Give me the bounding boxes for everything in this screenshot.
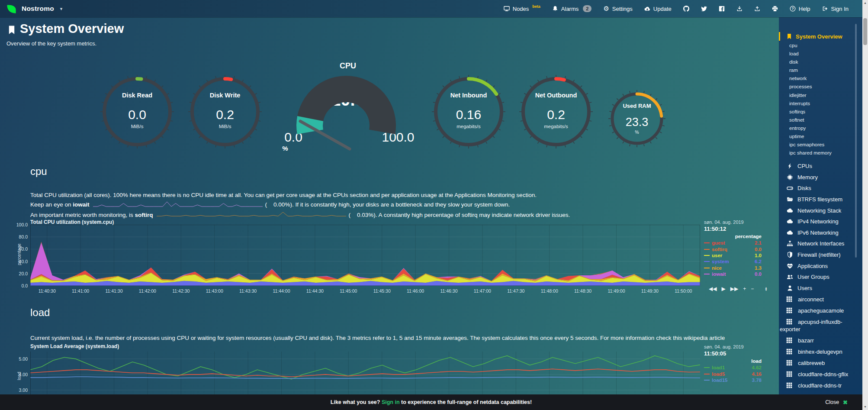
sidebar-item-cpu[interactable]: cpu	[779, 42, 862, 50]
beta-badge: beta	[532, 4, 540, 9]
sidebar-item-btrfs-filesystem[interactable]: BTRFS filesystem	[779, 194, 862, 205]
sidebar-item-ipv6-networking[interactable]: IPv6 Networking	[779, 227, 862, 239]
sidebar-item-disks[interactable]: Disks	[779, 183, 862, 194]
gauge-used-ram[interactable]: Used RAM23.3%	[607, 88, 667, 149]
softirq-sparkline-chart[interactable]	[157, 211, 346, 221]
sidebar-item-ipc-shared-memory[interactable]: ipc shared memory	[779, 149, 862, 157]
cpu-chart[interactable]	[30, 225, 700, 286]
sidebar-host-binhex-delugevpn[interactable]: binhex-delugevpn	[779, 346, 862, 357]
sidebar-item-ipc-semaphores[interactable]: ipc semaphores	[779, 141, 862, 149]
legend-swatch	[704, 261, 710, 262]
zoom-in-icon[interactable]: +	[743, 286, 746, 292]
legend-item-iowait[interactable]: iowait0.0	[704, 271, 762, 277]
bolt-icon	[786, 163, 793, 169]
pan-forward-icon[interactable]: ▶▶	[730, 286, 738, 292]
sidebar-item-applications[interactable]: Applications	[779, 260, 862, 271]
legend-item-nice[interactable]: nice1.3	[704, 265, 762, 271]
nav-settings[interactable]: ⚙Settings	[603, 6, 632, 12]
scroll-up-icon[interactable]: ▲	[862, 0, 868, 6]
cpu-gauge-chart[interactable]: CPU 10.5 0.0 100.0 %	[279, 61, 417, 169]
page-scrollbar[interactable]: ▲ ▼	[862, 0, 868, 410]
iowait-sparkline-chart[interactable]	[93, 201, 263, 210]
gauge-net-inbound[interactable]: Net Inbound0.16megabits/s	[431, 74, 507, 150]
svg-text:?: ?	[791, 6, 794, 11]
legend-date: søn. 04. aug. 2019	[704, 220, 762, 225]
sidebar-item-uptime[interactable]: uptime	[779, 132, 862, 141]
close-icon[interactable]: ✖	[843, 399, 848, 406]
sidebar-item-disk[interactable]: disk	[779, 58, 862, 66]
node-selector[interactable]: Nostromo ▾	[0, 3, 62, 15]
desktop-icon	[504, 6, 510, 12]
scroll-thumb[interactable]	[863, 18, 867, 45]
nav-github[interactable]	[683, 6, 689, 12]
gauge-net-outbound[interactable]: Net Outbound0.2megabits/s	[518, 74, 594, 150]
legend-item-load5[interactable]: load54.16	[704, 371, 762, 377]
sidebar-item-softirqs[interactable]: softirqs	[779, 108, 862, 116]
sidebar-host-cloudflare-ddns-tr[interactable]: cloudflare-ddns-tr	[779, 380, 862, 391]
sidebar-host-cloudflare-ddns-gflix[interactable]: cloudflare-ddns-gflix	[779, 368, 862, 380]
sidebar-submenu: cpuloaddiskramnetworkprocessesidlejitter…	[779, 42, 862, 157]
heartbeat-icon	[786, 263, 793, 269]
nav-alarms[interactable]: Alarms2	[552, 5, 592, 12]
legend-item-system[interactable]: system6.2	[704, 258, 762, 265]
cpu-chart-toolbar: ◀◀▶▶▶+−▲▼	[709, 286, 768, 292]
xtick: 11:42:30	[164, 288, 198, 294]
sidebar-scrollbar[interactable]	[855, 24, 857, 258]
sidebar-item-ipv4-networking[interactable]: IPv4 Networking	[779, 216, 862, 227]
legend-time: 11:50:05	[704, 350, 762, 357]
sidebar-item-ram[interactable]: ram	[779, 66, 862, 74]
nav-help[interactable]: ?Help	[790, 6, 810, 12]
sidebar-host-calibreweb[interactable]: calibreweb	[779, 357, 862, 368]
nav-print[interactable]	[772, 6, 778, 12]
page-title: System Overview	[20, 22, 124, 36]
nav-label: Sign In	[831, 6, 849, 12]
play-icon[interactable]: ▶	[721, 286, 725, 292]
sidebar-item-load[interactable]: load	[779, 50, 862, 58]
scroll-down-icon[interactable]: ▼	[862, 404, 868, 410]
signin-link[interactable]: Sign in	[382, 399, 400, 405]
sidebar-host-bazarr[interactable]: bazarr	[779, 335, 862, 346]
sidebar-item-firewall-netfilter-[interactable]: Firewall (netfilter)	[779, 249, 862, 261]
gauge-value: 0.16	[431, 107, 507, 122]
sidebar-item-cpus[interactable]: CPUs	[779, 161, 862, 172]
nav-nodes[interactable]: Nodesbeta	[504, 6, 540, 12]
xtick: 11:50:00	[666, 288, 701, 294]
sidebar-item-user-groups[interactable]: User Groups	[779, 271, 862, 283]
gauge-disk-write[interactable]: Disk Write0.2MiB/s	[187, 74, 263, 150]
sidebar-item-entropy[interactable]: entropy	[779, 124, 862, 132]
resize-handle-icon[interactable]: ▲▼	[765, 287, 767, 291]
sidebar-host-apcupsd-influxdb-exporter[interactable]: apcupsd-influxdb-exporter	[779, 316, 862, 335]
sidebar-item-network-interfaces[interactable]: Network Interfaces	[779, 238, 862, 249]
sidebar-item-interrupts[interactable]: interrupts	[779, 100, 862, 108]
sidebar-item-users[interactable]: Users	[779, 283, 862, 294]
netdata-dashboard: Nostromo ▾ NodesbetaAlarms2⚙SettingsUpda…	[0, 0, 868, 410]
sidebar-host-apacheguacamole[interactable]: apacheguacamole	[779, 305, 862, 316]
gear-icon: ⚙	[603, 6, 609, 12]
legend-swatch	[704, 380, 710, 381]
sidebar-host-airconnect[interactable]: airconnect	[779, 294, 862, 305]
legend-item-softirq[interactable]: softirq0.0	[704, 246, 762, 252]
legend-item-user[interactable]: user1.0	[704, 252, 762, 258]
legend-item-load1[interactable]: load14.62	[704, 365, 762, 371]
sidebar-item-networking-stack[interactable]: Networking Stack	[779, 205, 862, 216]
gauge-unit: megabits/s	[431, 124, 507, 129]
nav-update[interactable]: Update	[644, 6, 672, 12]
legend-item-load15[interactable]: load153.78	[704, 377, 762, 383]
nav-sign-in[interactable]: Sign In	[822, 6, 849, 12]
gauge-disk-read[interactable]: Disk Read0.0MiB/s	[99, 74, 175, 150]
sidebar-item-network[interactable]: network	[779, 74, 862, 83]
nav-twitter[interactable]	[701, 6, 707, 12]
nav-download[interactable]	[736, 6, 743, 12]
sidebar-item-softnet[interactable]: softnet	[779, 116, 862, 124]
legend-item-guest[interactable]: guest2.1	[704, 240, 762, 246]
sidebar-item-processes[interactable]: processes	[779, 83, 862, 91]
sidebar-item-system-overview[interactable]: System Overview	[779, 32, 842, 41]
sidebar-item-idlejitter[interactable]: idlejitter	[779, 91, 862, 100]
zoom-out-icon[interactable]: −	[751, 286, 754, 292]
sidebar-item-memory[interactable]: Memory	[779, 172, 862, 183]
nav-facebook[interactable]	[719, 6, 725, 12]
close-label[interactable]: Close	[825, 399, 839, 405]
nav-upload[interactable]	[754, 6, 760, 12]
ytick: 40.0	[10, 259, 28, 264]
pan-backward-icon[interactable]: ◀◀	[709, 286, 717, 292]
